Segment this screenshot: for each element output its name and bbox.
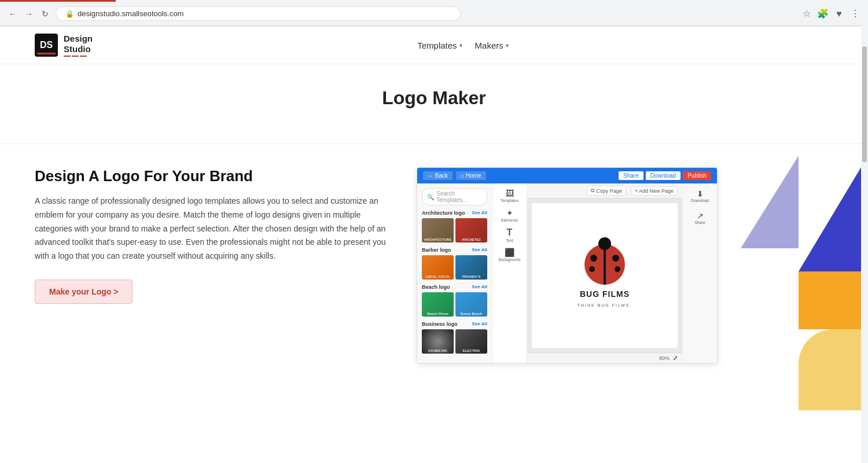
share-icon: ↗ xyxy=(697,211,704,221)
toolbar-background[interactable]: ⬛ Background xyxy=(499,246,520,263)
forward-button[interactable]: → xyxy=(23,8,35,20)
zoom-icon[interactable]: ⤢ xyxy=(673,355,678,361)
scroll-thumb[interactable] xyxy=(862,46,867,162)
biz-logo-1[interactable]: XAVIER INC xyxy=(422,329,454,354)
content-description: A classic range of professionally design… xyxy=(35,194,393,263)
shape-yellow-arc xyxy=(799,329,868,410)
browser-chrome: ← → ↻ 🔒 designstudio.smallseotools.com ☆… xyxy=(0,0,868,27)
browser-toolbar-right: ☆ 🧩 ♥ ⋮ xyxy=(801,8,861,20)
bug-films-tagline: THINK BUG FILMS. xyxy=(578,303,632,307)
app-search[interactable]: 🔍 Search Templates... xyxy=(422,188,487,205)
cat-items-arch: ARCHITECTURE ARCHETEZ xyxy=(422,218,487,242)
arch-logo-1[interactable]: ARCHITECTURE xyxy=(422,218,454,242)
templates-label: Templates xyxy=(417,41,457,50)
beach-logo-2[interactable]: Sunny Beach xyxy=(455,292,487,317)
logo[interactable]: DS Design Studio xyxy=(35,34,93,57)
deco-shapes xyxy=(741,156,868,410)
cta-button[interactable]: Make your Logo > xyxy=(35,280,133,304)
see-all-barber[interactable]: See All xyxy=(472,247,487,253)
templates-chevron: ▾ xyxy=(459,42,462,49)
more-icon[interactable]: ⋮ xyxy=(849,8,861,20)
cat-label-arch: Architecture logo See All xyxy=(422,210,487,216)
app-canvas-area: 🖼 Templates ✦ Elements T Text xyxy=(492,183,717,363)
app-topbar: ← Back ⌂ Home Share Download Publish xyxy=(417,168,717,183)
app-mockup: ← Back ⌂ Home Share Download Publish 🔍 S… xyxy=(417,167,718,363)
nav-makers[interactable]: Makers ▾ xyxy=(470,38,513,53)
logo-text: Design Studio xyxy=(64,34,93,57)
makers-label: Makers xyxy=(475,41,503,50)
app-body: 🔍 Search Templates... Architecture logo … xyxy=(417,183,717,363)
cat-label-barber: Barber logo See All xyxy=(422,247,487,253)
app-canvas-toolbar: 🖼 Templates ✦ Elements T Text xyxy=(492,183,527,363)
hero-title: Logo Maker xyxy=(35,87,833,109)
makers-chevron: ▾ xyxy=(506,42,509,49)
canvas-bottom-bar: 80% ⤢ xyxy=(527,352,682,363)
copy-page-btn[interactable]: ⧉ Copy Page xyxy=(587,186,626,196)
canvas-top-bar: ⧉ Copy Page + Add New Page xyxy=(527,183,682,199)
templates-icon: 🖼 xyxy=(506,189,514,198)
logo-box: DS xyxy=(35,34,58,57)
see-all-arch[interactable]: See All xyxy=(472,210,487,216)
beach-logo-1[interactable]: Beach Shore xyxy=(422,292,454,317)
star-icon[interactable]: ☆ xyxy=(801,8,812,20)
beach-logo-1-text: Beach Shore xyxy=(423,312,453,315)
left-content: Design A Logo For Your Brand A classic r… xyxy=(35,167,393,363)
add-page-label: + Add New Page xyxy=(635,188,674,194)
background-icon: ⬛ xyxy=(505,248,514,257)
toolbar-elements[interactable]: ✦ Elements xyxy=(499,207,520,224)
toolbar-section: 🖼 Templates ✦ Elements T Text xyxy=(499,187,520,263)
search-placeholder: Search Templates... xyxy=(436,190,482,203)
category-business: Business logo See All XAVIER INC ELECTRI… xyxy=(422,321,487,354)
app-publish-btn[interactable]: Publish xyxy=(683,171,711,180)
refresh-button[interactable]: ↻ xyxy=(39,8,51,20)
lock-icon: 🔒 xyxy=(65,10,74,18)
arch-logo-2[interactable]: ARCHETEZ xyxy=(455,218,487,242)
toolbar-text[interactable]: T Text xyxy=(499,226,520,244)
shape-purple-triangle xyxy=(741,156,799,248)
browser-toolbar: ← → ↻ 🔒 designstudio.smallseotools.com ☆… xyxy=(0,2,868,26)
barber-logo-2[interactable]: PRANDO'S xyxy=(455,255,487,280)
app-home-btn[interactable]: ⌂ Home xyxy=(456,171,486,180)
dot1 xyxy=(590,255,597,262)
share-panel-btn[interactable]: ↗ Share xyxy=(689,209,712,226)
puzzle-icon[interactable]: 🧩 xyxy=(817,8,829,20)
scrollbar[interactable] xyxy=(861,0,868,463)
address-bar[interactable]: 🔒 designstudio.smallseotools.com xyxy=(56,6,461,21)
download-panel-btn[interactable]: ⬇ Download xyxy=(689,187,712,204)
biz-logo-2-text: ELECTRIS xyxy=(457,349,486,352)
logo-line1: Design xyxy=(64,34,93,44)
logo-lines xyxy=(64,56,93,57)
toolbar-templates[interactable]: 🖼 Templates xyxy=(499,187,520,204)
nav-templates[interactable]: Templates ▾ xyxy=(413,38,466,53)
dot3 xyxy=(589,266,595,272)
download-label: Download xyxy=(691,199,709,203)
biz-logo-2[interactable]: ELECTRIS xyxy=(455,329,487,354)
cat-items-biz: XAVIER INC ELECTRIS xyxy=(422,329,487,354)
app-share-btn[interactable]: Share xyxy=(619,171,643,180)
bug-films-name: BUG FILMS xyxy=(580,289,630,299)
see-all-biz[interactable]: See All xyxy=(472,321,487,327)
barber-logo-2-text: PRANDO'S xyxy=(457,275,486,278)
arch-logo-2-text: ARCHETEZ xyxy=(457,238,486,241)
search-icon: 🔍 xyxy=(427,194,434,200)
add-page-btn[interactable]: + Add New Page xyxy=(631,186,678,196)
app-right-panel: ⬇ Download ↗ Share xyxy=(682,183,717,363)
dot4 xyxy=(615,266,620,272)
hero-section: Logo Maker xyxy=(0,64,868,144)
zoom-label: 80% xyxy=(659,355,670,361)
cat-items-beach: Beach Shore Sunny Beach xyxy=(422,292,487,317)
app-back-btn[interactable]: ← Back xyxy=(423,171,453,180)
canvas-content: BUG FILMS THINK BUG FILMS. xyxy=(532,203,678,348)
back-button[interactable]: ← xyxy=(7,8,19,20)
heart-icon[interactable]: ♥ xyxy=(833,8,845,20)
text-icon: T xyxy=(507,227,513,238)
cat-label-biz: Business logo See All xyxy=(422,321,487,327)
app-download-btn[interactable]: Download xyxy=(646,171,681,180)
see-all-beach[interactable]: See All xyxy=(472,284,487,290)
dot2 xyxy=(612,255,619,262)
content-heading: Design A Logo For Your Brand xyxy=(35,167,393,185)
barber-logo-1[interactable]: LOCAL YOCAL xyxy=(422,255,454,280)
ladybug-head xyxy=(598,237,611,250)
copy-page-label: Copy Page xyxy=(596,188,622,194)
category-architecture: Architecture logo See All ARCHITECTURE A… xyxy=(422,210,487,242)
